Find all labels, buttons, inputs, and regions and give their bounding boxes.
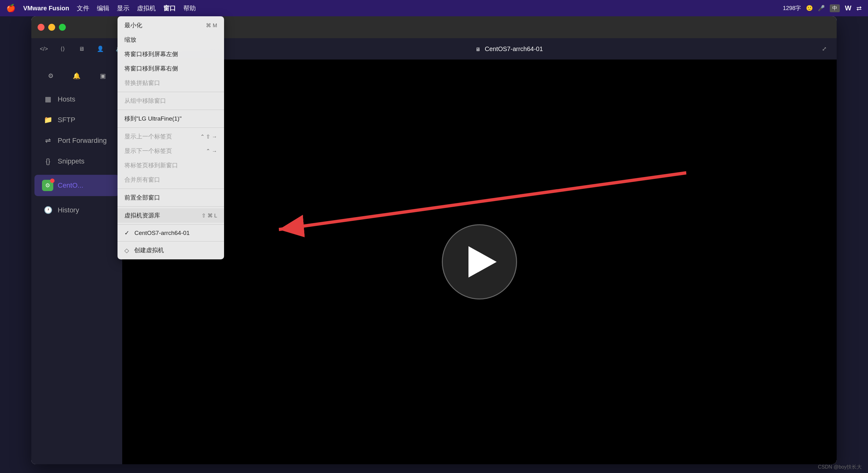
context-menu: 最小化 ⌘ M 缩放 将窗口移到屏幕左侧 将窗口移到屏幕右侧 替换拼贴窗口 从组… (118, 16, 224, 259)
next-tab-shortcut: ⌃ → (206, 148, 217, 154)
centos7-label: CentOS7-arrch64-01 (134, 230, 190, 236)
menu-item-move-new-window: 将标签页移到新窗口 (118, 158, 224, 172)
remove-group-label: 从组中移除窗口 (124, 97, 166, 105)
separator-3 (118, 127, 224, 128)
sidebar-top-icons: ⚙ 🔔 ▣ (31, 66, 122, 89)
create-vm-label: 创建虚拟机 (134, 246, 164, 254)
menu-item-centos7[interactable]: ✓ CentOS7-arrch64-01 (118, 226, 224, 240)
menu-item-replace-paste: 替换拼贴窗口 (118, 76, 224, 90)
move-new-window-label: 将标签页移到新窗口 (124, 161, 178, 169)
play-button[interactable] (442, 224, 517, 299)
word-count: 1298字 (783, 4, 801, 12)
word-icon: W (845, 4, 851, 12)
window-title: 🖥 CentOS7-arrch64-01 (207, 45, 812, 53)
menu-item-merge-all: 合并所有窗口 (118, 172, 224, 187)
move-right-label: 将窗口移到屏幕右侧 (124, 65, 178, 73)
input-method[interactable]: 中 (830, 4, 840, 12)
move-left-label: 将窗口移到屏幕左侧 (124, 50, 178, 58)
minimize-button[interactable] (48, 24, 55, 31)
separator-6 (118, 224, 224, 225)
sidebar-item-snippets[interactable]: {} Snippets (34, 152, 119, 171)
separator-2 (118, 109, 224, 110)
sftp-icon: 📁 (43, 116, 53, 124)
menu-window[interactable]: 窗口 (163, 4, 176, 12)
apple-menu[interactable]: 🍎 (6, 4, 16, 12)
sidebar-item-hosts[interactable]: ▦ Hosts (34, 90, 119, 109)
separator-7 (118, 241, 224, 242)
diamond-icon: ◇ (124, 247, 129, 254)
maximize-button[interactable] (59, 24, 66, 31)
session-icon: ⚙ (42, 180, 53, 191)
terminal-icon[interactable]: ▣ (96, 69, 110, 83)
mic-icon: 🎤 (818, 5, 825, 11)
menu-item-zoom[interactable]: 缩放 (118, 33, 224, 47)
menu-item-create-vm[interactable]: ◇ 创建虚拟机 (118, 243, 224, 257)
prev-tab-label: 显示上一个标签页 (124, 132, 172, 140)
play-triangle-icon (468, 246, 497, 278)
sidebar: ⚙ 🔔 ▣ ▦ Hosts 📁 SFTP ⇌ Port Forwarding {… (31, 60, 122, 464)
minimize-label: 最小化 (124, 21, 142, 29)
active-session[interactable]: ⚙ CentO... (34, 175, 119, 196)
status-bar: CSDN @boy扶长大 (812, 462, 868, 473)
main-area (122, 60, 837, 464)
menu-item-prev-tab: 显示上一个标签页 ⌃ ⇧ → (118, 129, 224, 144)
menu-vmware[interactable]: VMware Fusion (23, 5, 69, 12)
replace-paste-label: 替换拼贴窗口 (124, 79, 160, 87)
notification-icon[interactable]: 🔔 (70, 69, 84, 83)
port-forwarding-label: Port Forwarding (58, 136, 107, 145)
minimize-shortcut: ⌘ M (206, 22, 217, 29)
menubar: 🍎 VMware Fusion 文件 编辑 显示 虚拟机 窗口 帮助 1298字… (0, 0, 868, 16)
zoom-label: 缩放 (124, 36, 136, 44)
menu-help[interactable]: 帮助 (183, 4, 196, 12)
prev-tab-shortcut: ⌃ ⇧ → (200, 133, 217, 140)
snippets-icon: {} (43, 157, 53, 165)
merge-all-label: 合并所有窗口 (124, 176, 160, 184)
menu-item-minimize[interactable]: 最小化 ⌘ M (118, 18, 224, 33)
smiley-icon: 🙂 (806, 5, 813, 11)
menu-item-bring-front[interactable]: 前置全部窗口 (118, 190, 224, 205)
menubar-right: 1298字 🙂 🎤 中 W ⇄ (783, 4, 862, 12)
menu-edit[interactable]: 编辑 (97, 4, 110, 12)
menu-item-move-lg[interactable]: 移到"LG UltraFine(1)" (118, 112, 224, 126)
check-icon: ✓ (124, 229, 129, 236)
menu-item-next-tab: 显示下一个标签页 ⌃ → (118, 144, 224, 158)
switch-icon: ⇄ (857, 4, 862, 12)
history-label: History (58, 206, 79, 214)
hosts-label: Hosts (58, 95, 75, 103)
menu-vm[interactable]: 虚拟机 (137, 4, 156, 12)
menu-item-vm-library[interactable]: 虚拟机资源库 ⇧ ⌘ L (118, 208, 224, 223)
vm-library-label: 虚拟机资源库 (124, 212, 160, 220)
toolbar-chevrons-icon[interactable]: ⟨⟩ (56, 42, 69, 55)
vm-library-shortcut: ⇧ ⌘ L (202, 212, 217, 219)
menu-view[interactable]: 显示 (117, 4, 129, 12)
sidebar-item-port-forwarding[interactable]: ⇌ Port Forwarding (34, 131, 119, 150)
svg-line-1 (279, 173, 686, 230)
toolbar-expand-icon[interactable]: ⤢ (818, 42, 830, 55)
history-icon: 🕐 (43, 206, 53, 214)
bring-front-label: 前置全部窗口 (124, 194, 160, 202)
close-button[interactable] (38, 24, 44, 31)
status-text: CSDN @boy扶长大 (818, 464, 862, 470)
next-tab-label: 显示下一个标签页 (124, 147, 172, 155)
port-forwarding-icon: ⇌ (43, 136, 53, 145)
move-lg-label: 移到"LG UltraFine(1)" (124, 115, 181, 123)
menu-file[interactable]: 文件 (77, 4, 89, 12)
separator-4 (118, 189, 224, 189)
menu-item-move-left[interactable]: 将窗口移到屏幕左侧 (118, 47, 224, 61)
session-badge (50, 179, 55, 183)
toolbar-user-icon[interactable]: 👤 (94, 42, 106, 55)
settings-icon[interactable]: ⚙ (44, 69, 58, 83)
sidebar-item-history[interactable]: 🕐 History (34, 200, 119, 220)
toolbar-code-icon[interactable]: </> (38, 42, 50, 55)
session-name: CentO... (58, 181, 83, 190)
sidebar-item-sftp[interactable]: 📁 SFTP (34, 110, 119, 130)
snippets-label: Snippets (58, 157, 85, 165)
toolbar-server-icon[interactable]: 🖥 (75, 42, 88, 55)
menu-item-remove-group: 从组中移除窗口 (118, 94, 224, 108)
separator-1 (118, 92, 224, 92)
menu-item-move-right[interactable]: 将窗口移到屏幕右侧 (118, 61, 224, 76)
sftp-label: SFTP (58, 116, 75, 124)
separator-5 (118, 207, 224, 207)
hosts-icon: ▦ (43, 95, 53, 103)
traffic-lights (38, 24, 66, 31)
